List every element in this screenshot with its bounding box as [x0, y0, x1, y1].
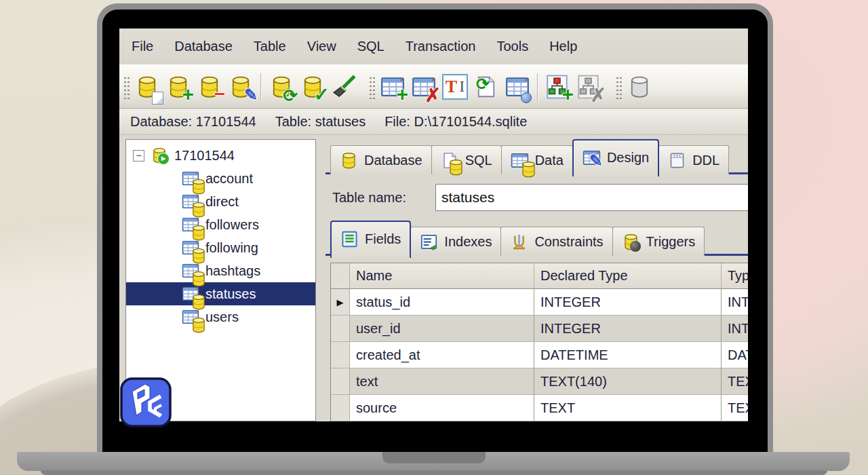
- cell-name[interactable]: status_id: [350, 289, 534, 316]
- tree-item-label: statuses: [205, 286, 256, 302]
- subtab-triggers[interactable]: Triggers: [612, 227, 705, 256]
- column-header-declared-type[interactable]: Declared Type: [534, 263, 722, 289]
- check-database-button[interactable]: [297, 71, 328, 103]
- subtab-constraints[interactable]: Constraints: [500, 227, 612, 256]
- constraints-icon: [510, 233, 528, 251]
- vacuum-button[interactable]: [328, 71, 359, 103]
- menu-item-view[interactable]: View: [307, 39, 336, 54]
- table-name-row: Table name:: [326, 174, 748, 221]
- refresh-badge-icon: [283, 87, 298, 104]
- current-row-marker[interactable]: [331, 289, 350, 316]
- cell-declared-type[interactable]: DATETIME: [534, 342, 722, 368]
- tab-ddl[interactable]: DDL: [658, 145, 729, 174]
- subtab-label: Constraints: [534, 234, 603, 250]
- row-selector[interactable]: [331, 342, 350, 368]
- tree-item-direct[interactable]: direct: [126, 190, 315, 213]
- subtab-label: Triggers: [646, 234, 696, 250]
- row-selector[interactable]: [331, 316, 350, 342]
- cell-type[interactable]: TEXT: [722, 368, 748, 395]
- new-table-button[interactable]: [377, 71, 408, 103]
- cylinder-badge-icon: [190, 293, 201, 305]
- table-icon: [182, 170, 199, 187]
- collapse-toggle-icon[interactable]: [133, 150, 144, 162]
- design-table-icon: [583, 149, 601, 167]
- grid-corner-cell: [331, 263, 350, 289]
- menu-item-transaction[interactable]: Transaction: [406, 39, 476, 54]
- remove-diagram-button[interactable]: [574, 71, 605, 103]
- database-icon: [151, 147, 168, 164]
- tab-sql[interactable]: SQL: [431, 145, 502, 174]
- menu-item-database[interactable]: Database: [174, 39, 233, 54]
- cell-name[interactable]: source: [350, 395, 534, 421]
- page-badge-icon: [152, 92, 163, 104]
- add-database-button[interactable]: [163, 71, 194, 103]
- cell-declared-type[interactable]: TEXT(140): [534, 368, 722, 395]
- tree-root-node[interactable]: 17101544: [126, 144, 315, 167]
- pencil-badge-icon: [589, 153, 603, 169]
- tree-item-hashtags[interactable]: hashtags: [126, 259, 315, 282]
- toolbar-grip[interactable]: [616, 75, 622, 99]
- menu-item-file[interactable]: File: [132, 39, 153, 54]
- tab-label: DDL: [692, 153, 719, 168]
- menu-item-table[interactable]: Table: [254, 39, 286, 54]
- tree-item-following[interactable]: following: [126, 236, 315, 259]
- column-header-type[interactable]: Type: [722, 263, 748, 289]
- grid-row-created-at[interactable]: created_at DATETIME DATETIME: [331, 342, 748, 368]
- reload-button[interactable]: [471, 71, 502, 103]
- tree-item-users[interactable]: users: [126, 305, 315, 328]
- tree-item-followers[interactable]: followers: [126, 213, 315, 236]
- cell-declared-type[interactable]: INTEGER: [534, 289, 722, 316]
- main-tab-bar: Database SQL: [326, 139, 748, 174]
- menu-item-help[interactable]: Help: [549, 39, 577, 54]
- row-selector[interactable]: [331, 368, 350, 395]
- drop-table-button[interactable]: [408, 71, 439, 103]
- ddl-page-icon: [668, 151, 686, 170]
- tab-design-active[interactable]: Design: [572, 139, 659, 176]
- rename-table-button[interactable]: [439, 71, 471, 103]
- remove-database-button[interactable]: [194, 71, 225, 103]
- cell-name[interactable]: created_at: [350, 342, 534, 368]
- new-database-button[interactable]: [132, 71, 163, 103]
- table-data-button[interactable]: [502, 71, 533, 103]
- column-header-name[interactable]: Name: [350, 263, 534, 289]
- cell-type[interactable]: INTEGER: [722, 316, 748, 342]
- subtab-fields-active[interactable]: Fields: [330, 221, 411, 258]
- grid-row-user-id[interactable]: user_id INTEGER INTEGER: [331, 316, 748, 342]
- toolbar-grip[interactable]: [369, 75, 375, 99]
- tree-item-label: users: [205, 309, 239, 325]
- cell-declared-type[interactable]: TEXT: [534, 395, 722, 421]
- add-diagram-button[interactable]: [542, 71, 574, 103]
- subtab-indexes[interactable]: Indexes: [410, 227, 501, 256]
- menu-bar: File Database Table View SQL Transaction…: [119, 28, 748, 64]
- table-name-input[interactable]: [435, 184, 748, 211]
- indexes-icon: [420, 233, 438, 251]
- cell-name[interactable]: text: [350, 368, 534, 395]
- cross-gray-badge-icon: [591, 86, 606, 105]
- toolbar-grip[interactable]: [123, 75, 130, 99]
- cell-declared-type[interactable]: INTEGER: [534, 316, 722, 342]
- tab-database[interactable]: Database: [330, 145, 432, 174]
- row-selector[interactable]: [331, 395, 350, 421]
- cell-type[interactable]: DATETIME: [722, 342, 748, 368]
- cylinder-badge-icon: [190, 316, 201, 328]
- grid-row-text[interactable]: text TEXT(140) TEXT: [331, 368, 748, 395]
- tree-item-statuses-selected[interactable]: statuses: [126, 282, 315, 305]
- cell-type[interactable]: INTEGER: [722, 289, 748, 316]
- tree-item-label: following: [205, 240, 258, 256]
- cell-type[interactable]: TEXT: [722, 395, 748, 421]
- refresh-database-button[interactable]: [266, 71, 297, 103]
- cylinder-badge-icon: [190, 247, 201, 259]
- tab-data[interactable]: Data: [501, 145, 573, 174]
- tree-item-account[interactable]: account: [126, 167, 315, 190]
- menu-item-tools[interactable]: Tools: [496, 39, 528, 54]
- cylinder-badge-icon: [447, 158, 458, 170]
- tab-label: Data: [535, 153, 564, 168]
- menu-item-sql[interactable]: SQL: [357, 39, 384, 54]
- edit-database-button[interactable]: [225, 71, 256, 103]
- grid-row-status-id[interactable]: status_id INTEGER INTEGER: [331, 289, 748, 316]
- rename-text-icon: [442, 74, 468, 100]
- cross-badge-icon: [425, 86, 441, 105]
- laptop-hinge-notch: [382, 452, 486, 463]
- cell-name[interactable]: user_id: [350, 316, 534, 342]
- grid-row-source[interactable]: source TEXT TEXT: [331, 395, 748, 421]
